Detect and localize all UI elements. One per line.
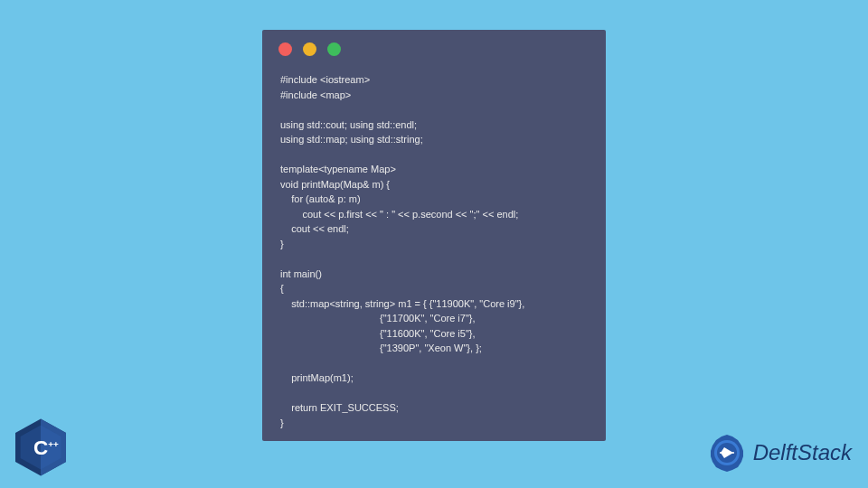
code-content: #include <iostream> #include <map> using… [262, 63, 606, 439]
cpp-logo-icon: C ++ [9, 416, 72, 479]
svg-rect-6 [720, 452, 734, 454]
cpp-plus: ++ [48, 439, 59, 449]
cpp-label: C [33, 436, 48, 459]
cpp-badge: C ++ [9, 416, 72, 479]
minimize-icon[interactable] [303, 42, 316, 56]
delftstack-gear-icon [704, 430, 750, 475]
code-window: #include <iostream> #include <map> using… [262, 30, 606, 441]
brand-name: DelftStack [753, 440, 852, 465]
window-titlebar [262, 30, 606, 63]
maximize-icon[interactable] [327, 42, 341, 56]
delftstack-logo: DelftStack [704, 430, 852, 475]
close-icon[interactable] [278, 42, 292, 56]
